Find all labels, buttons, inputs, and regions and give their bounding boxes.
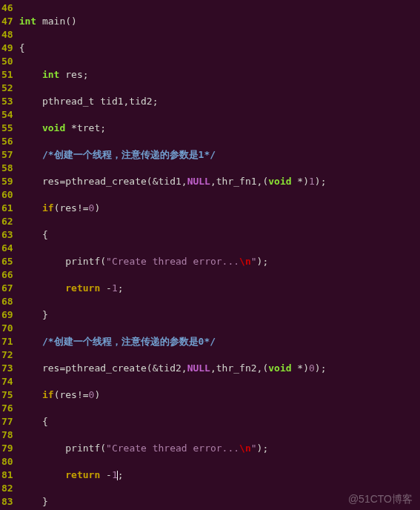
line-number: 53 bbox=[1, 95, 13, 108]
code-line: res=pthread_create(&tid2,NULL,thr_fn2,(v… bbox=[19, 362, 327, 375]
brace: { bbox=[19, 42, 25, 53]
line-number: 58 bbox=[1, 162, 13, 175]
text: ); bbox=[257, 443, 269, 454]
line-number: 70 bbox=[1, 322, 13, 335]
line-number-gutter: 4647484950515253545556575859606162636465… bbox=[0, 0, 16, 510]
keyword-int: int bbox=[42, 69, 59, 80]
line-number: 50 bbox=[1, 55, 13, 68]
line-number: 69 bbox=[1, 308, 13, 322]
line-number: 66 bbox=[1, 268, 13, 282]
text: printf( bbox=[65, 256, 106, 267]
line-number: 63 bbox=[1, 228, 13, 242]
comment: /*创建一个线程，注意传递的参数是1*/ bbox=[42, 149, 216, 160]
text: - bbox=[100, 282, 112, 294]
text: ); bbox=[315, 362, 327, 374]
code-line: res=pthread_create(&tid1,NULL,thr_fn1,(v… bbox=[19, 175, 327, 188]
escape-n: \n bbox=[239, 256, 251, 267]
text: ); bbox=[315, 176, 327, 187]
string: "Create thread error... bbox=[106, 256, 239, 267]
keyword-int: int bbox=[19, 16, 36, 27]
line-number: 46 bbox=[1, 1, 13, 15]
line-number: 77 bbox=[1, 415, 13, 428]
text: ; bbox=[118, 469, 124, 480]
brace: } bbox=[42, 496, 48, 507]
keyword-void: void bbox=[268, 176, 291, 187]
text: - bbox=[100, 469, 112, 480]
line-number: 48 bbox=[1, 28, 13, 42]
keyword-return: return bbox=[65, 282, 100, 294]
keyword-void: void bbox=[42, 122, 65, 133]
line-number: 80 bbox=[1, 455, 13, 468]
string: " bbox=[251, 443, 257, 454]
code-line: { bbox=[19, 415, 327, 428]
keyword-return: return bbox=[65, 469, 100, 480]
line-number: 62 bbox=[1, 215, 13, 228]
text: ); bbox=[257, 256, 269, 267]
code-line: { bbox=[19, 42, 327, 55]
text: res; bbox=[59, 69, 88, 80]
text: ,thr_fn1,( bbox=[210, 176, 268, 187]
line-number: 71 bbox=[1, 335, 13, 348]
line-number: 68 bbox=[1, 295, 13, 308]
text: main() bbox=[36, 16, 77, 27]
line-number: 72 bbox=[1, 348, 13, 362]
code-line: if(res!=0) bbox=[19, 202, 327, 215]
line-number: 73 bbox=[1, 362, 13, 375]
line-number: 75 bbox=[1, 388, 13, 402]
line-number: 76 bbox=[1, 402, 13, 415]
number: 1 bbox=[112, 282, 118, 294]
code-line: void *tret; bbox=[19, 122, 327, 135]
code-line: int res; bbox=[19, 68, 327, 82]
code-line: int main() bbox=[19, 15, 327, 28]
brace: { bbox=[42, 229, 48, 240]
text: res=pthread_create(&tid2, bbox=[42, 362, 187, 374]
code-editor: 4647484950515253545556575859606162636465… bbox=[0, 0, 420, 510]
text: *) bbox=[292, 176, 309, 187]
text: ; bbox=[118, 282, 124, 294]
code-line: /*创建一个线程，注意传递的参数是0*/ bbox=[19, 335, 327, 348]
line-number: 74 bbox=[1, 375, 13, 388]
keyword-null: NULL bbox=[187, 362, 210, 374]
text: ,thr_fn2,( bbox=[210, 362, 268, 374]
text: ) bbox=[94, 202, 100, 213]
text: (res!= bbox=[54, 202, 89, 213]
keyword-if: if bbox=[42, 202, 54, 213]
line-number: 55 bbox=[1, 122, 13, 135]
text: *) bbox=[292, 362, 309, 374]
code-line: if(res!=0) bbox=[19, 388, 327, 402]
keyword-if: if bbox=[42, 389, 54, 400]
line-number: 57 bbox=[1, 148, 13, 162]
code-line: { bbox=[19, 228, 327, 242]
code-line: } bbox=[19, 308, 327, 322]
line-number: 52 bbox=[1, 82, 13, 95]
string: "Create thread error... bbox=[106, 443, 239, 454]
code-line: } bbox=[19, 495, 327, 509]
line-number: 65 bbox=[1, 255, 13, 268]
comment: /*创建一个线程，注意传递的参数是0*/ bbox=[42, 336, 216, 347]
text: res=pthread_create(&tid1, bbox=[42, 176, 187, 187]
line-number: 81 bbox=[1, 468, 13, 482]
brace: { bbox=[42, 416, 48, 427]
text: (res!= bbox=[54, 389, 89, 400]
code-line: return -1; bbox=[19, 468, 327, 482]
keyword-null: NULL bbox=[187, 176, 210, 187]
line-number: 59 bbox=[1, 175, 13, 188]
line-number: 61 bbox=[1, 202, 13, 215]
code-line: printf("Create thread error...\n"); bbox=[19, 255, 327, 268]
code-line: /*创建一个线程，注意传递的参数是1*/ bbox=[19, 148, 327, 162]
keyword-void: void bbox=[268, 362, 291, 374]
text: pthread_t tid1,tid2; bbox=[42, 96, 159, 107]
line-number: 79 bbox=[1, 442, 13, 455]
line-number: 78 bbox=[1, 428, 13, 442]
line-number: 83 bbox=[1, 495, 13, 509]
code-line: printf("Create thread error...\n"); bbox=[19, 442, 327, 455]
text: ) bbox=[94, 389, 100, 400]
number: 0 bbox=[309, 362, 315, 374]
line-number: 47 bbox=[1, 15, 13, 28]
text: *tret; bbox=[65, 122, 106, 133]
line-number: 54 bbox=[1, 108, 13, 122]
escape-n: \n bbox=[239, 443, 251, 454]
code-line: return -1; bbox=[19, 282, 327, 295]
line-number: 60 bbox=[1, 188, 13, 202]
number: 1 bbox=[309, 176, 315, 187]
